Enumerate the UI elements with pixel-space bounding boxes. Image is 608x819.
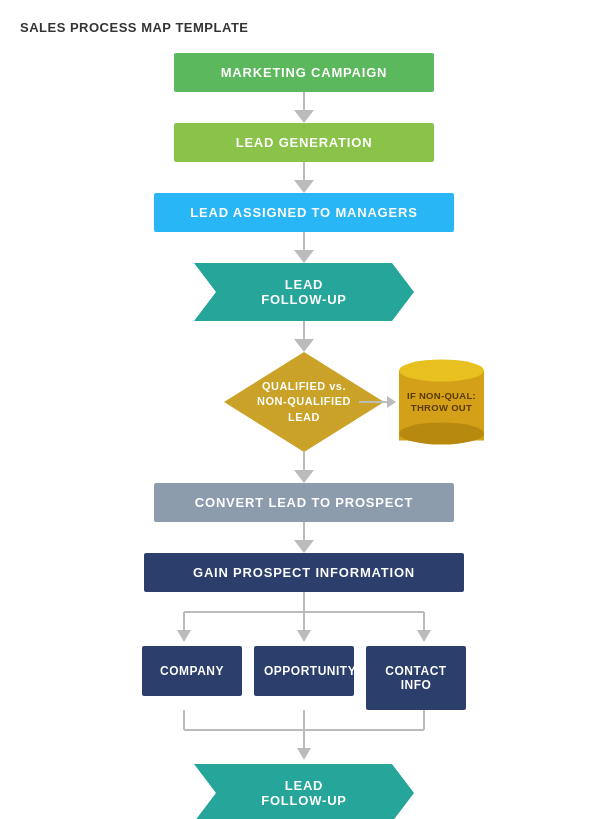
horiz-line — [359, 401, 387, 403]
diamond-row: QUALIFIED vs.NON-QUALIFIEDLEAD IF NON-QU… — [104, 352, 504, 452]
branch-svg — [134, 592, 474, 642]
flowchart: MARKETING CAMPAIGN LEAD GENERATION LEAD … — [10, 53, 598, 819]
cylinder: IF NON-QUAL: THROW OUT — [399, 360, 484, 445]
connector-6 — [294, 522, 314, 553]
cylinder-bottom — [399, 423, 484, 445]
svg-marker-5 — [297, 630, 311, 642]
arrow-line — [303, 92, 305, 110]
contact-info-box: CONTACTINFO — [366, 646, 466, 710]
arrow-line — [303, 452, 305, 470]
svg-marker-3 — [177, 630, 191, 642]
lead-followup-box-1: LEADFOLLOW-UP — [194, 263, 414, 321]
gain-prospect-box: GAIN PROSPECT INFORMATION — [144, 553, 464, 592]
branch-lines — [134, 592, 474, 646]
connector-1 — [294, 92, 314, 123]
arrow-down — [294, 110, 314, 123]
three-boxes-row: COMPANY OPPORTUNITY CONTACTINFO — [134, 646, 474, 710]
arrow-line — [303, 162, 305, 180]
opportunity-box: OPPORTUNITY — [254, 646, 354, 696]
cylinder-label: IF NON-QUAL: THROW OUT — [404, 390, 479, 415]
arrow-down — [294, 339, 314, 352]
page-title: SALES PROCESS MAP TEMPLATE — [10, 20, 598, 35]
arrow-down — [294, 250, 314, 263]
lead-followup-label-2: LEADFOLLOW-UP — [261, 778, 347, 808]
arrow-down — [294, 470, 314, 483]
connector-4 — [294, 321, 314, 352]
convert-box: CONVERT LEAD TO PROSPECT — [154, 483, 454, 522]
cylinder-wrapper: IF NON-QUAL: THROW OUT — [399, 360, 484, 445]
marketing-campaign-box: MARKETING CAMPAIGN — [174, 53, 434, 92]
converge-lines — [134, 710, 474, 764]
svg-marker-7 — [417, 630, 431, 642]
svg-marker-13 — [297, 748, 311, 760]
arrow-line — [303, 232, 305, 250]
connector-2 — [294, 162, 314, 193]
connector-5 — [294, 452, 314, 483]
lead-followup-label-1: LEADFOLLOW-UP — [261, 277, 347, 307]
connector-3 — [294, 232, 314, 263]
cylinder-top — [399, 360, 484, 382]
company-box: COMPANY — [142, 646, 242, 696]
arrow-down — [294, 540, 314, 553]
lead-assigned-box: LEAD ASSIGNED TO MANAGERS — [154, 193, 454, 232]
arrow-line — [303, 522, 305, 540]
arrow-down — [294, 180, 314, 193]
converge-svg — [134, 710, 474, 760]
lead-followup-box-2: LEADFOLLOW-UP — [194, 764, 414, 819]
arrow-line — [303, 321, 305, 339]
horiz-head — [387, 396, 396, 408]
qualified-label: QUALIFIED vs.NON-QUALIFIEDLEAD — [257, 379, 351, 425]
lead-generation-box: LEAD GENERATION — [174, 123, 434, 162]
horiz-arrow — [359, 396, 396, 408]
